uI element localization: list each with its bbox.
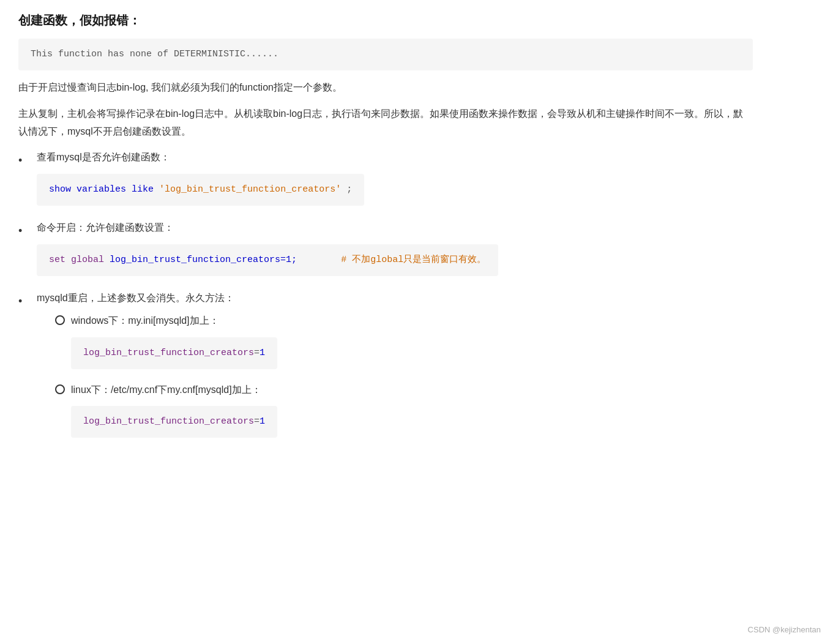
bullet-3-text: mysqld重启，上述参数又会消失。永久方法：	[37, 293, 234, 303]
str-log-bin: 'log_bin_trust_function_creators'	[159, 184, 341, 195]
paragraph-1: 由于开启过慢查询日志bin-log, 我们就必须为我们的function指定一个…	[18, 79, 753, 97]
linux-key: log_bin_trust_function_creators	[83, 416, 254, 427]
show-variables-code: show variables like 'log_bin_trust_funct…	[37, 174, 364, 206]
bullet-dot-2: •	[18, 221, 31, 233]
win-val: 1	[260, 348, 265, 358]
error-text: This function has none of DETERMINISTIC.…	[31, 49, 278, 59]
kw-set: set	[49, 255, 65, 265]
bullet-dot-1: •	[18, 151, 31, 163]
windows-code: log_bin_trust_function_creators=1	[71, 337, 277, 369]
linux-val: 1	[260, 416, 265, 427]
sub-bullet-2-text: linux下：/etc/my.cnf下my.cnf[mysqld]加上：	[71, 384, 261, 395]
page-heading: 创建函数，假如报错：	[18, 12, 753, 29]
bullet-dot-3: •	[18, 291, 31, 304]
bullet-item-3: • mysqld重启，上述参数又会消失。永久方法： windows下：my.in…	[18, 290, 753, 450]
kw-like: like	[132, 184, 154, 195]
set-global-code: set global log_bin_trust_function_creato…	[37, 244, 498, 276]
main-bullet-list: • 查看mysql是否允许创建函数： show variables like '…	[18, 149, 753, 450]
semicolon-1: ;	[346, 184, 352, 195]
bullet-1-text: 查看mysql是否允许创建函数：	[37, 152, 170, 162]
kw-assign: log_bin_trust_function_creators=1;	[110, 255, 297, 265]
page-content: 创建函数，假如报错： This function has none of DET…	[18, 12, 753, 450]
sub-bullet-item-1: windows下：my.ini[mysqld]加上： log_bin_trust…	[55, 312, 277, 376]
kw-show: show	[49, 184, 71, 195]
sub-bullet-dot-1	[55, 315, 65, 325]
win-key: log_bin_trust_function_creators	[83, 348, 254, 358]
bullet-2-text: 命令开启：允许创建函数设置：	[37, 222, 174, 233]
bullet-item-2: • 命令开启：允许创建函数设置： set global log_bin_trus…	[18, 219, 753, 283]
comment-global: # 不加global只是当前窗口有效。	[341, 255, 486, 265]
sub-bullet-1-text: windows下：my.ini[mysqld]加上：	[71, 315, 219, 326]
kw-global: global	[71, 255, 104, 265]
kw-variables: variables	[77, 184, 126, 195]
bullet-item-1: • 查看mysql是否允许创建函数： show variables like '…	[18, 149, 753, 213]
sub-bullet-list: windows下：my.ini[mysqld]加上： log_bin_trust…	[55, 312, 277, 446]
sub-bullet-item-2: linux下：/etc/my.cnf下my.cnf[mysqld]加上： log…	[55, 381, 277, 446]
paragraph-2: 主从复制，主机会将写操作记录在bin-log日志中。从机读取bin-log日志，…	[18, 105, 753, 141]
sub-bullet-dot-2	[55, 384, 65, 394]
error-code-block: This function has none of DETERMINISTIC.…	[18, 39, 753, 70]
linux-code: log_bin_trust_function_creators=1	[71, 406, 277, 438]
